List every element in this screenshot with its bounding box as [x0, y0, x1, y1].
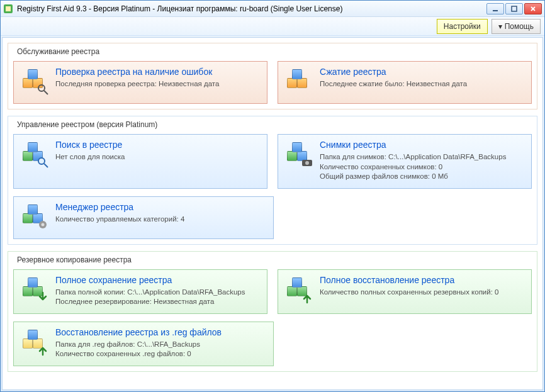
svg-point-6 [38, 158, 45, 164]
card-snapshots-title: Снимки реестра [320, 140, 525, 150]
minimize-button[interactable] [486, 3, 504, 14]
card-compress-registry[interactable]: Сжатие реестра Последнее сжатие было: Не… [278, 61, 532, 104]
camera-icon [283, 140, 313, 170]
card-full-save-line2: Последнее резервирование: Неизвестная да… [55, 297, 261, 307]
svg-point-11 [42, 223, 45, 226]
help-button[interactable]: ▾ Помощь [492, 19, 541, 34]
card-reg-restore[interactable]: Восстановление реестра из .reg файлов Па… [13, 322, 274, 366]
card-full-save[interactable]: Полное сохранение реестра Папка полной к… [13, 269, 267, 314]
section-backup: Резервное копирование реестра Полное сох… [8, 251, 537, 372]
card-manager-title: Менеджер реестра [55, 202, 267, 212]
arrow-up-icon [283, 275, 313, 305]
card-reg-restore-line2: Количество сохраненных .reg файлов: 0 [55, 349, 267, 359]
maximize-button[interactable] [505, 3, 523, 14]
scan-icon [19, 67, 49, 97]
section-backup-title: Резервное копирование реестра [14, 255, 134, 264]
card-reg-restore-title: Восстановление реестра из .reg файлов [55, 327, 267, 337]
card-registry-manager[interactable]: Менеджер реестра Количество управляемых … [13, 196, 274, 239]
card-full-save-line1: Папка полной копии: C:\...\Application D… [55, 288, 261, 298]
card-full-save-title: Полное сохранение реестра [55, 275, 261, 285]
svg-point-4 [38, 85, 45, 91]
card-scan-line1: Последняя проверка реестра: Неизвестная … [55, 79, 261, 89]
card-compress-title: Сжатие реестра [320, 67, 525, 77]
section-maintenance: Обслуживание реестра Проверка реестра на… [8, 43, 537, 109]
gear-icon [19, 202, 49, 232]
section-manage: Управление реестром (версия Platinum) По… [8, 116, 537, 245]
svg-point-9 [305, 161, 309, 165]
window-controls [486, 3, 542, 14]
file-reg-icon [19, 327, 49, 357]
titlebar: Registry First Aid 9.3 - Версия Platinum… [1, 1, 544, 17]
chevron-down-icon: ▾ [498, 22, 502, 31]
help-label: Помощь [505, 22, 534, 31]
card-full-restore-line1: Количество полных сохраненных резервных … [320, 288, 525, 298]
card-full-restore[interactable]: Полное восстановление реестра Количество… [278, 269, 532, 314]
app-window: Registry First Aid 9.3 - Версия Platinum… [0, 0, 545, 392]
card-search-registry[interactable]: Поиск в реестре Нет слов для поиска [13, 134, 267, 189]
settings-button[interactable]: Настройки [437, 19, 488, 34]
card-snapshots-line1: Папка для снимков: C:\...\Application Da… [320, 152, 525, 162]
svg-rect-2 [493, 10, 498, 11]
card-manager-line1: Количество управляемых категорий: 4 [55, 215, 267, 225]
settings-label: Настройки [444, 22, 481, 31]
close-button[interactable] [524, 3, 542, 14]
card-scan-title: Проверка реестра на наличие ошибок [55, 67, 261, 77]
card-snapshots[interactable]: Снимки реестра Папка для снимков: C:\...… [278, 134, 532, 189]
arrow-down-icon [19, 275, 49, 305]
card-search-title: Поиск в реестре [55, 140, 261, 150]
search-icon [19, 140, 49, 170]
toolbar: Настройки ▾ Помощь [1, 17, 544, 36]
app-icon [3, 4, 13, 14]
window-title: Registry First Aid 9.3 - Версия Platinum… [17, 4, 486, 13]
svg-line-5 [44, 91, 48, 94]
svg-rect-1 [6, 6, 11, 11]
svg-line-7 [44, 164, 48, 167]
card-compress-line1: Последнее сжатие было: Неизвестная дата [320, 79, 525, 89]
card-snapshots-line2: Количество сохраненных снимков: 0 [320, 162, 525, 172]
card-reg-restore-line1: Папка для .reg файлов: C:\...\RFA_Backup… [55, 340, 267, 350]
compress-icon [283, 67, 313, 97]
section-maintenance-title: Обслуживание реестра [14, 47, 102, 56]
section-manage-title: Управление реестром (версия Platinum) [14, 120, 160, 129]
card-snapshots-line3: Общий размер файлов снимков: 0 Мб [320, 172, 525, 182]
card-full-restore-title: Полное восстановление реестра [320, 275, 525, 285]
svg-rect-3 [512, 6, 517, 11]
card-scan-registry[interactable]: Проверка реестра на наличие ошибок После… [13, 61, 267, 104]
card-search-line1: Нет слов для поиска [55, 152, 261, 162]
client-area: Обслуживание реестра Проверка реестра на… [2, 37, 543, 390]
